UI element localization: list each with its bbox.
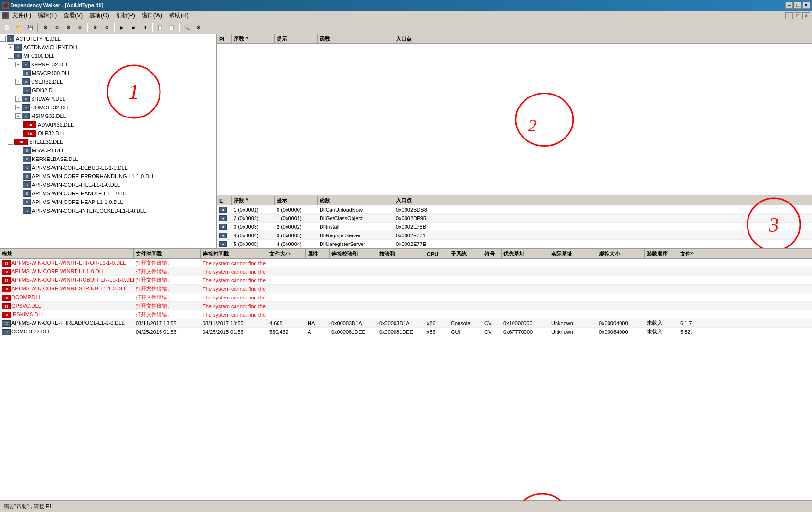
tree-item[interactable]: −≡MFC100.DLL <box>0 52 216 60</box>
tree-item[interactable]: +≡COMCTL32.DLL <box>0 103 216 112</box>
col-link-time[interactable]: 连接时间戳 <box>201 249 267 258</box>
tree-item[interactable]: −≡ACTUTLTYPE.DLL <box>0 34 216 43</box>
cell-attr <box>306 280 330 281</box>
tree-item[interactable]: SMSVCRT.DLL <box>0 146 216 155</box>
toolbar-btn14[interactable]: 📋 <box>166 22 177 33</box>
cell-subsys <box>449 280 482 281</box>
col-attr[interactable]: 属性 <box>306 249 330 258</box>
module-row[interactable]: □API-MS-WIN-CORE-THREADPOOL-L1-1-0.DLL 0… <box>0 319 812 328</box>
child-minimize-button[interactable]: ─ <box>785 12 793 19</box>
tree-item[interactable]: SMSVCR100.DLL <box>0 69 216 77</box>
col-entry-lower[interactable]: 入口点 <box>394 196 812 205</box>
col-entry-upper[interactable]: 入口点 <box>394 34 812 43</box>
tree-item[interactable]: +≡ACTDNAVICLIENT.DLL <box>0 43 216 52</box>
module-row[interactable]: 3!IESHIMS.DLL 打开文件出错。 The system cannot … <box>0 310 812 319</box>
tree-item[interactable]: 3■OLE32.DLL <box>0 129 216 138</box>
cell-e: ■ <box>217 214 232 222</box>
tree-item[interactable]: +≡USER32.DLL <box>0 77 216 86</box>
col-pref[interactable]: 优先基址 <box>502 249 549 258</box>
tree-item[interactable]: 3■ADVAPI32.DLL <box>0 120 216 129</box>
col-cpu[interactable]: CPU <box>425 249 449 258</box>
toolbar-btn12[interactable]: ⏸ <box>139 22 150 33</box>
export-row[interactable]: ■ 5 (0x0005) 4 (0x0004) DllUnregisterSer… <box>217 240 812 248</box>
toolbar-btn15[interactable]: 🔍 <box>182 22 192 33</box>
col-subsys[interactable]: 子系统 <box>449 249 482 258</box>
module-row[interactable]: 3!API-MS-WIN-CORE-WINRT-L1-1-0.DLL 打开文件出… <box>0 267 812 276</box>
col-virt[interactable]: 虚拟大小 <box>597 249 645 258</box>
toolbar-new[interactable]: 📄 <box>2 22 12 33</box>
col-load[interactable]: 装载顺序 <box>645 249 678 258</box>
menu-file[interactable]: 文件(F) <box>10 11 34 21</box>
toolbar-btn4[interactable]: ⚙ <box>40 22 51 33</box>
col-sym[interactable]: 符号 <box>482 249 502 258</box>
export-row[interactable]: ■ 1 (0x0001) 0 (0x0000) DllCanUnloadNow … <box>217 205 812 214</box>
tree-item[interactable]: SAPI-MS-WIN-CORE-HANDLE-L1-1-0.DLL <box>0 189 216 198</box>
tree-item[interactable]: SAPI-MS-WIN-CORE-FILE-L1-1-0.DLL <box>0 181 216 189</box>
menu-view[interactable]: 查看(V) <box>61 11 85 21</box>
close-button[interactable]: ✕ <box>802 2 810 9</box>
col-func-lower[interactable]: 函数 <box>318 196 394 205</box>
cell-pref <box>502 280 549 281</box>
col-file-time[interactable]: 文件时间戳 <box>134 249 201 258</box>
toolbar-btn8[interactable]: ⚙ <box>90 22 100 33</box>
export-row[interactable]: ■ 4 (0x0004) 3 (0x0003) DllRegisterServe… <box>217 231 812 240</box>
toolbar-save[interactable]: 💾 <box>25 22 35 33</box>
tree-item[interactable]: SAPI-MS-WIN-CORE-INTERLOCKED-L1-1-0.DLL <box>0 206 216 215</box>
menu-edit[interactable]: 编辑(E) <box>35 11 60 21</box>
tree-panel[interactable]: −≡ACTUTLTYPE.DLL+≡ACTDNAVICLIENT.DLL−≡MF… <box>0 34 217 248</box>
module-row[interactable]: 3!GPSVC.DLL 打开文件出错。 The system cannot fi… <box>0 302 812 310</box>
menu-window[interactable]: 窗口(W) <box>139 11 165 21</box>
tree-item[interactable]: SKERNELBASE.DLL <box>0 155 216 163</box>
col-e[interactable]: E <box>217 196 232 205</box>
col-hint-upper[interactable]: 提示 <box>275 34 318 43</box>
module-row[interactable]: 3!DCOMP.DLL 打开文件出错。 The system cannot fi… <box>0 293 812 302</box>
col-hint-lower[interactable]: 提示 <box>275 196 318 205</box>
menu-profile[interactable]: 剖析(P) <box>113 11 138 21</box>
module-row[interactable]: 3!API-MS-WIN-CORE-WINRT-STRING-L1-1-0.DL… <box>0 285 812 293</box>
toolbar-btn6[interactable]: ⚙ <box>63 22 74 33</box>
col-crc[interactable]: 校验和 <box>377 249 425 258</box>
tree-item[interactable]: +≡SHLWAPI.DLL <box>0 95 216 103</box>
col-pi[interactable]: PI <box>217 34 232 43</box>
toolbar-btn11[interactable]: ■ <box>128 22 139 33</box>
tree-item[interactable]: ≡GDI32.DLL <box>0 86 216 95</box>
col-module[interactable]: 模块 <box>0 249 134 258</box>
toolbar-btn9[interactable]: ⚙ <box>101 22 112 33</box>
col-link-crc[interactable]: 连接校验和 <box>330 249 377 258</box>
child-maximize-button[interactable]: □ <box>794 12 801 19</box>
tree-label: API-MS-WIN-CORE-INTERLOCKED-L1-1-0.DLL <box>32 208 146 213</box>
col-func-upper[interactable]: 函数 <box>318 34 394 43</box>
export-row[interactable]: ■ 2 (0x0002) 1 (0x0001) DllGetClassObjec… <box>217 214 812 223</box>
col-file[interactable]: 文件^ <box>678 249 812 258</box>
toolbar-btn10[interactable]: ▶ <box>117 22 127 33</box>
tree-item[interactable]: SAPI-MS-WIN-CORE-DEBUG-L1-1-0.DLL <box>0 163 216 172</box>
export-row[interactable]: ■ 3 (0x0003) 2 (0x0002) DllInstall 0x000… <box>217 223 812 231</box>
tree-item[interactable]: +≡KERNEL32.DLL <box>0 60 216 69</box>
toolbar-open[interactable]: 📂 <box>13 22 24 33</box>
module-row[interactable]: □COMCTL32.DLL 04/25/2015 01:56 04/25/201… <box>0 328 812 336</box>
module-row[interactable]: 3!API-MS-WIN-CORE-WINRT-ROBUFFER-L1-1-0.… <box>0 276 812 285</box>
col-actual[interactable]: 实际基址 <box>549 249 597 258</box>
menu-help[interactable]: 帮助(H) <box>166 11 192 21</box>
col-ordinal-upper[interactable]: 序数 ^ <box>232 34 275 43</box>
module-row[interactable]: 3!API-MS-WIN-CORE-WINRT-ERROR-L1-1-0.DLL… <box>0 259 812 267</box>
toolbar-btn16[interactable]: ⚙ <box>193 22 203 33</box>
cell-pref <box>502 314 549 315</box>
toolbar-btn7[interactable]: ⚙ <box>75 22 85 33</box>
col-ordinal-lower[interactable]: 序数 ^ <box>232 196 275 205</box>
tree-item[interactable]: −3■SHELL32.DLL <box>0 138 216 146</box>
tree-item[interactable]: SAPI-MS-WIN-CORE-HEAP-L1-1-0.DLL <box>0 198 216 206</box>
modules-section[interactable]: 模块 文件时间戳 连接时间戳 文件大小 属性 连接校验和 校验和 CPU 子系统… <box>0 249 812 501</box>
tree-item[interactable]: +≡MSIMG32.DLL <box>0 112 216 120</box>
cell-module-name: 3!API-MS-WIN-CORE-WINRT-ERROR-L1-1-0.DLL <box>0 259 134 267</box>
col-size[interactable]: 文件大小 <box>267 249 306 258</box>
cell-pref <box>502 306 549 307</box>
toolbar-btn13[interactable]: 📋 <box>155 22 165 33</box>
maximize-button[interactable]: □ <box>794 2 801 9</box>
toolbar-btn5[interactable]: ⚙ <box>52 22 62 33</box>
tree-item[interactable]: SAPI-MS-WIN-CORE-ERRORHANDLING-L1-1-0.DL… <box>0 172 216 181</box>
menu-options[interactable]: 选项(O) <box>86 11 112 21</box>
cell-cpu <box>425 314 449 315</box>
child-close-button[interactable]: ✕ <box>802 12 810 19</box>
minimize-button[interactable]: ─ <box>785 2 793 9</box>
